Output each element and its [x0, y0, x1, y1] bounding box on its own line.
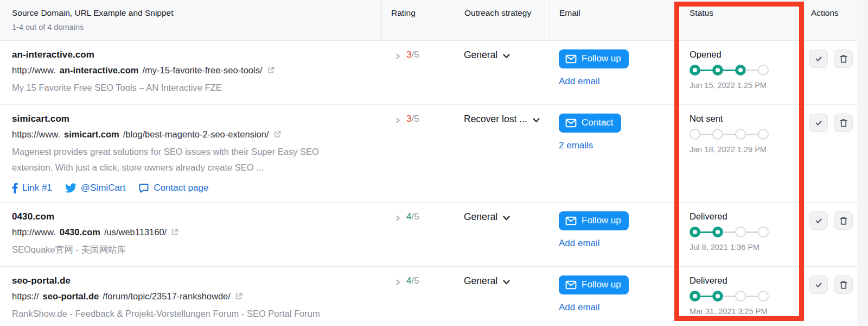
chat-link[interactable]: Contact page — [138, 183, 208, 193]
status-label: Delivered — [690, 211, 800, 222]
twitter-link[interactable]: @SimiCart — [65, 183, 125, 193]
chevron-down-icon — [532, 117, 540, 123]
email-cell: Contact 2 emails — [550, 105, 675, 202]
rating-cell: 3/5 — [381, 105, 455, 202]
check-icon — [814, 54, 824, 64]
status-stepper — [690, 65, 769, 76]
status-step-connector — [723, 70, 736, 71]
table-row: simicart.com https://www.simicart.com/bl… — [0, 105, 868, 203]
url-prefix: http://www. — [12, 65, 56, 76]
email-action-button[interactable]: Contact — [559, 114, 621, 133]
status-step-dot — [690, 65, 700, 76]
url-domain: seo-portal.de — [43, 291, 99, 302]
email-secondary-link[interactable]: Add email — [559, 238, 675, 249]
status-step-dot — [735, 65, 746, 76]
chevron-right-icon[interactable] — [394, 52, 401, 62]
delete-button[interactable] — [834, 211, 853, 230]
domain-cell: an-interactive.com http://www.an-interac… — [0, 41, 381, 104]
strategy-dropdown[interactable]: General — [464, 49, 510, 61]
status-step-connector — [723, 296, 736, 297]
status-cell: Not sent Jan 18, 2022 1:29 PM — [675, 105, 800, 202]
trash-icon — [839, 216, 848, 226]
url-line[interactable]: http://www.an-interactive.com/my-15-favo… — [12, 65, 360, 76]
chevron-right-icon[interactable] — [394, 116, 401, 126]
strategy-label: General — [464, 211, 497, 223]
header-status: Status — [675, 0, 800, 40]
url-prefix: https://www. — [12, 129, 60, 140]
url-suffix: /us/web113160/ — [104, 227, 167, 237]
rating-cell: 3/5 — [381, 41, 455, 104]
status-date: Jul 8, 2021 1:36 PM — [690, 243, 800, 252]
chevron-down-icon — [502, 53, 510, 59]
url-line[interactable]: https://www.simicart.com/blog/best-magen… — [12, 129, 360, 140]
status-stepper — [690, 227, 769, 237]
strategy-dropdown[interactable]: Recover lost ... — [464, 114, 540, 125]
delete-button[interactable] — [834, 114, 853, 132]
chevron-right-icon[interactable] — [394, 214, 401, 224]
email-cell: Follow up Add email — [550, 203, 675, 266]
status-cell: Delivered Mar 31, 2021 3:25 PM — [675, 267, 800, 326]
status-step-connector — [700, 296, 713, 297]
status-step-connector — [700, 231, 713, 233]
confirm-button[interactable] — [809, 114, 828, 132]
email-action-button[interactable]: Follow up — [559, 49, 629, 68]
facebook-link[interactable]: Link #1 — [12, 183, 52, 193]
rating-value[interactable]: 4/5 — [406, 211, 419, 222]
url-domain: 0430.com — [60, 227, 100, 237]
twitter-icon — [65, 183, 76, 193]
status-step-connector — [745, 134, 758, 135]
check-icon — [814, 118, 824, 128]
status-step-connector — [700, 134, 713, 135]
status-step-dot — [735, 291, 746, 302]
status-step-connector — [745, 231, 758, 233]
external-link-icon[interactable] — [234, 292, 244, 301]
strategy-dropdown[interactable]: General — [464, 211, 510, 223]
email-secondary-link[interactable]: Add email — [559, 302, 675, 313]
rating-denominator: /5 — [411, 275, 419, 286]
status-step-dot — [712, 291, 723, 302]
status-step-dot — [690, 227, 700, 237]
email-secondary-link[interactable]: Add email — [559, 76, 675, 87]
domain-name[interactable]: seo-portal.de — [12, 275, 360, 286]
url-domain: simicart.com — [64, 129, 119, 140]
email-secondary-link[interactable]: 2 emails — [559, 140, 675, 151]
table-header: Source Domain, URL Example and Snippet 1… — [0, 0, 868, 41]
confirm-button[interactable] — [809, 49, 828, 68]
confirm-button[interactable] — [809, 211, 828, 230]
url-line[interactable]: http://www.0430.com/us/web113160/ — [12, 227, 360, 237]
external-link-icon[interactable] — [170, 228, 180, 237]
table-row: 0430.com http://www.0430.com/us/web11316… — [0, 203, 868, 267]
status-step-connector — [723, 231, 736, 233]
check-icon — [814, 280, 824, 290]
domain-name[interactable]: simicart.com — [12, 114, 360, 124]
delete-button[interactable] — [834, 49, 853, 68]
chevron-right-icon[interactable] — [394, 278, 401, 288]
email-action-button[interactable]: Follow up — [559, 211, 629, 230]
status-step-connector — [745, 296, 758, 297]
confirm-button[interactable] — [809, 275, 828, 294]
url-suffix: /blog/best-magento-2-seo-extension/ — [123, 129, 269, 140]
external-link-icon[interactable] — [266, 66, 276, 75]
rating-value[interactable]: 3/5 — [406, 49, 419, 60]
strategy-cell: General — [455, 203, 550, 266]
email-cell: Follow up Add email — [550, 41, 675, 104]
chevron-down-icon — [502, 279, 510, 285]
status-stepper — [690, 291, 769, 302]
domain-name[interactable]: an-interactive.com — [12, 49, 360, 60]
table-body: an-interactive.com http://www.an-interac… — [0, 41, 868, 326]
domain-name[interactable]: 0430.com — [12, 211, 360, 222]
external-link-icon[interactable] — [273, 130, 282, 139]
strategy-dropdown[interactable]: General — [464, 275, 510, 287]
status-step-dot — [712, 65, 723, 76]
strategy-cell: General — [455, 41, 550, 104]
status-step-dot — [712, 227, 723, 237]
status-cell: Delivered Jul 8, 2021 1:36 PM — [675, 203, 800, 266]
delete-button[interactable] — [834, 275, 853, 294]
status-step-connector — [745, 70, 758, 71]
status-date: Mar 31, 2021 3:25 PM — [690, 307, 800, 316]
url-line[interactable]: https://seo-portal.de/forum/topic/23517-… — [12, 291, 360, 302]
rating-value[interactable]: 3/5 — [406, 114, 419, 124]
rating-value[interactable]: 4/5 — [406, 275, 419, 286]
email-action-button[interactable]: Follow up — [559, 275, 629, 294]
rating-denominator: /5 — [411, 49, 419, 60]
